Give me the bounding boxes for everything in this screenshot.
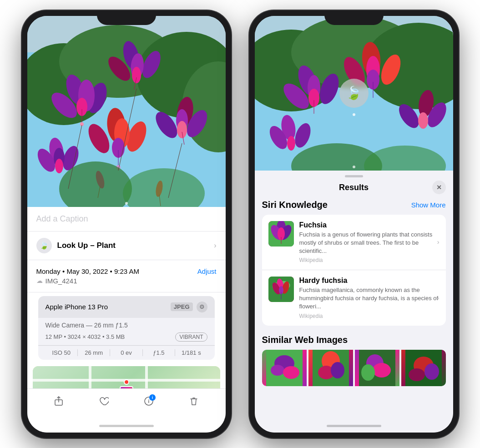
right-photo-area[interactable]: 🍃 xyxy=(255,16,453,171)
specs-row: 12 MP • 3024 × 4032 • 3.5 MB VIBRANT xyxy=(38,331,215,345)
similar-web-title: Similar Web Images xyxy=(262,335,446,345)
right-home-indicator xyxy=(255,420,453,433)
knowledge-item-fuchsia[interactable]: Fuchsia Fuchsia is a genus of flowering … xyxy=(262,215,446,271)
map-marker xyxy=(124,379,129,385)
camera-badges: JPEG ⚙ xyxy=(171,302,207,312)
right-phone: 🍃 Results ✕ Siri Knowledge Show More xyxy=(249,10,459,438)
svg-point-29 xyxy=(55,159,63,173)
lookup-text: Look Up – Plant xyxy=(57,241,116,250)
visual-lookup-icon: 🍃 xyxy=(36,238,52,253)
exif-shutter: 1/181 s xyxy=(175,349,207,356)
svg-point-99 xyxy=(331,362,344,378)
delete-button[interactable] xyxy=(189,396,199,409)
results-close-button[interactable]: ✕ xyxy=(432,181,446,194)
svg-point-74 xyxy=(418,112,428,129)
cloud-icon: ☁ xyxy=(36,277,43,284)
web-image-2[interactable] xyxy=(308,350,353,386)
siri-knowledge-title: Siri Knowledge xyxy=(262,200,328,210)
left-phone: Add a Caption 🍃 Look Up – Plant › Monday… xyxy=(22,10,231,438)
camera-row: Apple iPhone 13 Pro JPEG ⚙ xyxy=(38,296,215,318)
svg-point-17 xyxy=(132,67,141,83)
svg-point-77 xyxy=(353,166,355,168)
notch-right xyxy=(324,10,384,25)
info-area: 🍃 Look Up – Plant › Monday • May 30, 202… xyxy=(27,232,226,388)
visual-intelligence-button[interactable]: 🍃 xyxy=(339,79,369,108)
hardy-thumbnail xyxy=(268,277,294,302)
hardy-chevron-icon: › xyxy=(437,294,440,302)
specs-text: 12 MP • 3024 × 4032 • 3.5 MB xyxy=(45,333,125,340)
fuchsia-info: Fuchsia Fuchsia is a genus of flowering … xyxy=(299,221,440,264)
svg-point-70 xyxy=(287,136,295,151)
show-more-button[interactable]: Show More xyxy=(411,201,446,209)
jpeg-badge: JPEG xyxy=(171,302,193,311)
hardy-source: Wikipedia xyxy=(299,313,440,319)
toolbar: i i xyxy=(27,388,226,420)
fuchsia-name: Fuchsia xyxy=(299,221,440,229)
knowledge-card: Fuchsia Fuchsia is a genus of flowering … xyxy=(262,215,446,326)
info-badge: i xyxy=(149,394,156,401)
results-header: Results ✕ xyxy=(255,177,453,196)
web-images-grid xyxy=(262,350,446,386)
fuchsia-chevron-icon: › xyxy=(437,238,440,246)
lens-row: Wide Camera — 26 mm ƒ1.5 xyxy=(38,318,215,331)
exif-aperture: ƒ1.5 xyxy=(143,349,175,356)
filename: IMG_4241 xyxy=(45,277,77,285)
svg-point-103 xyxy=(361,364,375,381)
lookup-row[interactable]: 🍃 Look Up – Plant › xyxy=(27,232,226,260)
fuchsia-source: Wikipedia xyxy=(299,257,440,263)
svg-point-95 xyxy=(283,366,299,379)
svg-point-46 xyxy=(125,202,128,205)
results-title: Results xyxy=(339,183,369,192)
exif-focal: 26 mm xyxy=(78,349,110,356)
web-images-section: Similar Web Images xyxy=(255,329,453,390)
meta-section: Monday • May 30, 2022 • 9:23 AM Adjust ☁… xyxy=(27,260,226,292)
share-button[interactable] xyxy=(54,396,64,409)
vibrant-badge: VIBRANT xyxy=(175,332,207,342)
svg-point-106 xyxy=(409,368,425,381)
fuchsia-thumbnail xyxy=(268,221,294,247)
web-image-3[interactable] xyxy=(355,350,399,386)
home-indicator xyxy=(27,420,226,433)
exif-ev: 0 ev xyxy=(110,349,142,356)
exif-iso: ISO 50 xyxy=(45,349,78,356)
hardy-name: Hardy fuchsia xyxy=(299,277,440,285)
caption-placeholder: Add a Caption xyxy=(36,214,88,223)
exif-row: ISO 50 26 mm 0 ev ƒ1.5 1/181 s xyxy=(38,345,215,360)
camera-name: Apple iPhone 13 Pro xyxy=(45,303,108,311)
lookup-chevron-icon: › xyxy=(214,242,216,250)
map-area[interactable] xyxy=(33,366,220,388)
svg-point-94 xyxy=(271,365,284,376)
info-button[interactable]: i i xyxy=(144,396,154,409)
camera-section: Apple iPhone 13 Pro JPEG ⚙ Wide Camera —… xyxy=(38,296,215,360)
date-text: Monday • May 30, 2022 • 9:23 AM xyxy=(36,267,139,275)
svg-text:i: i xyxy=(148,399,150,404)
adjust-button[interactable]: Adjust xyxy=(197,267,217,275)
knowledge-item-hardy[interactable]: Hardy fuchsia Fuchsia magellanica, commo… xyxy=(262,270,446,326)
favorite-button[interactable] xyxy=(99,396,109,409)
photo-area[interactable] xyxy=(27,16,226,207)
camera-options-icon[interactable]: ⚙ xyxy=(197,302,207,312)
svg-point-102 xyxy=(373,363,391,378)
web-image-1[interactable] xyxy=(262,350,307,386)
section-header: Siri Knowledge Show More xyxy=(262,200,446,210)
svg-point-23 xyxy=(177,121,187,138)
web-image-4[interactable] xyxy=(401,350,446,386)
notch xyxy=(97,10,156,25)
fuchsia-desc: Fuchsia is a genus of flowering plants t… xyxy=(299,231,440,256)
results-panel: Results ✕ Siri Knowledge Show More xyxy=(255,171,453,420)
siri-knowledge-section: Siri Knowledge Show More xyxy=(255,196,453,329)
hardy-info: Hardy fuchsia Fuchsia magellanica, commo… xyxy=(299,277,440,319)
right-screen: 🍃 Results ✕ Siri Knowledge Show More xyxy=(255,16,453,433)
hardy-desc: Fuchsia magellanica, commonly known as t… xyxy=(299,286,440,311)
left-screen: Add a Caption 🍃 Look Up – Plant › Monday… xyxy=(27,16,226,433)
svg-point-107 xyxy=(424,363,439,380)
caption-area[interactable]: Add a Caption xyxy=(27,207,226,232)
vi-dot xyxy=(353,113,355,116)
